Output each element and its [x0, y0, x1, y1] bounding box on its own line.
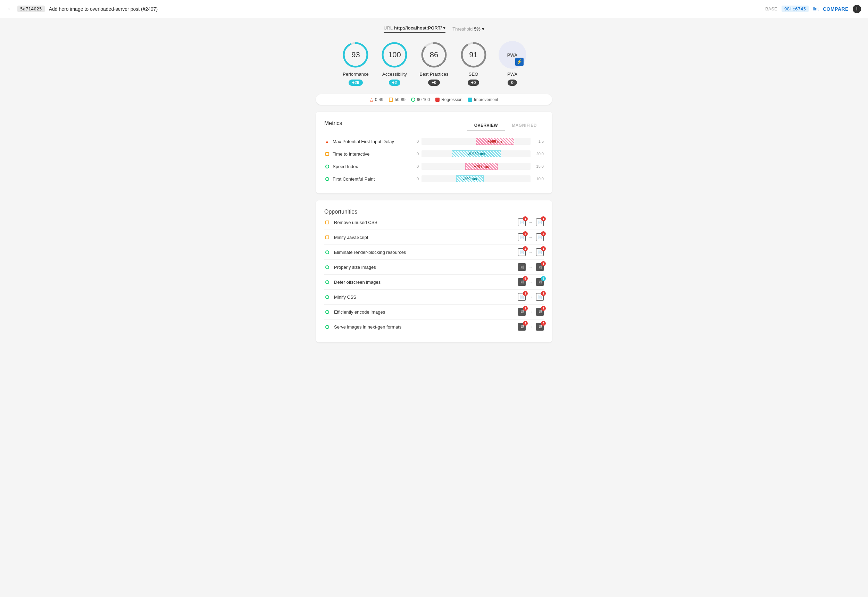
- performance-badge: +26: [349, 80, 362, 86]
- opp-next-gen-formats: Serve images in next-gen formats 🖼 2 → 🖼…: [324, 319, 544, 334]
- best-practices-score: 86: [430, 50, 438, 59]
- efficiently-encode-name: Efficiently encode images: [334, 309, 514, 315]
- tti-icon: [324, 151, 330, 157]
- minify-css-compare-file[interactable]: 📄 1: [536, 293, 544, 301]
- performance-circle: 93: [342, 41, 369, 69]
- img-icon: 🖼: [518, 263, 526, 271]
- defer-offscreen-compare-file[interactable]: 🖼 6: [536, 278, 544, 286]
- opp-minify-css: Minify CSS 📄 1 → 📄 1: [324, 290, 544, 304]
- score-performance: 93 Performance +26: [342, 41, 369, 86]
- legend-regression-label: Regression: [441, 97, 463, 102]
- defer-offscreen-compare-badge: 6: [541, 276, 546, 281]
- threshold-selector[interactable]: Threshold 5% ▾: [453, 26, 484, 31]
- speed-index-icon: [324, 163, 330, 169]
- render-blocking-icon: [324, 249, 330, 255]
- opp-efficiently-encode: Efficiently encode images 🖼 1 → 🖼 1: [324, 304, 544, 319]
- arrow-icon: →: [528, 264, 533, 270]
- best-practices-badge: +0: [428, 80, 440, 86]
- properly-size-base-file[interactable]: 🖼: [518, 263, 526, 271]
- threshold-label: Threshold: [453, 27, 473, 31]
- minify-css-compare-badge: 1: [541, 291, 546, 296]
- properly-size-files: 🖼 → 🖼 3: [518, 263, 544, 271]
- legend-0-49: △ 0-49: [370, 97, 383, 102]
- metric-speed-index: Speed Index 0 +767 ms 15.0: [324, 160, 544, 172]
- legend-50-89: 50-89: [389, 97, 405, 102]
- metrics-tabs: OVERVIEW MAGNIFIED: [467, 120, 544, 131]
- best-practices-circle: 86: [420, 41, 448, 69]
- minify-js-base-file[interactable]: 📄 4: [518, 233, 526, 241]
- speed-index-bar-wrap: +767 ms: [421, 163, 531, 170]
- arrow-icon: →: [528, 220, 533, 225]
- pwa-label: PWA: [507, 71, 517, 77]
- speed-index-end: 15.0: [533, 164, 544, 168]
- minify-js-icon: [324, 235, 330, 240]
- minify-js-compare-file[interactable]: 📄 4: [536, 233, 544, 241]
- unused-css-base-file[interactable]: 📄 1: [518, 218, 526, 226]
- pwa-lightning-icon: ⚡: [515, 58, 524, 66]
- efficiently-encode-compare-badge: 1: [541, 306, 546, 311]
- defer-offscreen-icon: [324, 279, 330, 285]
- legend-90-100: 90-100: [411, 97, 430, 102]
- next-gen-compare-file[interactable]: 🖼 3: [536, 323, 544, 331]
- efficiently-encode-icon: [324, 309, 330, 315]
- score-seo: 91 SEO +0: [460, 41, 487, 86]
- minify-css-base-file[interactable]: 📄 1: [518, 293, 526, 301]
- defer-offscreen-files: 🖼 6 → 🖼 6: [518, 278, 544, 286]
- url-selector[interactable]: URL http://localhost:PORT/ ▾: [384, 25, 445, 33]
- unused-css-base-badge: 1: [523, 216, 528, 221]
- score-accessibility: 100 Accessibility +2: [381, 41, 408, 86]
- defer-offscreen-base-file[interactable]: 🖼 6: [518, 278, 526, 286]
- base-label: BASE: [765, 6, 777, 12]
- unused-css-icon: [324, 220, 330, 225]
- tti-start: 0: [412, 152, 419, 156]
- back-button[interactable]: ←: [7, 5, 13, 12]
- arrow-icon: →: [528, 324, 533, 330]
- efficiently-encode-base-file[interactable]: 🖼 1: [518, 308, 526, 316]
- opp-defer-offscreen: Defer offscreen images 🖼 6 → 🖼 6: [324, 275, 544, 290]
- legend-regression: Regression: [435, 97, 463, 102]
- fid-end: 1.5: [533, 139, 544, 143]
- efficiently-encode-compare-file[interactable]: 🖼 1: [536, 308, 544, 316]
- tti-bar: -9,950 ms: [452, 150, 501, 157]
- legend-0-49-label: 0-49: [375, 97, 383, 102]
- fcp-start: 0: [412, 177, 419, 181]
- fid-bar-wrap: +566 ms: [421, 138, 531, 145]
- unused-css-name: Remove unused CSS: [334, 220, 514, 225]
- speed-index-start: 0: [412, 164, 419, 168]
- opportunities-title: Opportunities: [324, 209, 357, 215]
- performance-score: 93: [352, 50, 360, 59]
- minify-js-compare-badge: 4: [541, 231, 546, 236]
- tab-magnified[interactable]: MAGNIFIED: [505, 120, 544, 131]
- next-gen-icon: [324, 324, 330, 330]
- properly-size-compare-file[interactable]: 🖼 3: [536, 263, 544, 271]
- legend-90-100-label: 90-100: [417, 97, 430, 102]
- yellow-box-icon: [389, 98, 393, 102]
- render-blocking-base-badge: 2: [523, 246, 528, 251]
- next-gen-compare-badge: 3: [541, 321, 546, 326]
- tti-name: Time to Interactive: [332, 151, 409, 157]
- accessibility-label: Accessibility: [382, 71, 407, 77]
- render-blocking-base-file[interactable]: 📄 2: [518, 248, 526, 256]
- legend-improvement: Improvement: [468, 97, 498, 102]
- legend-50-89-label: 50-89: [395, 97, 405, 102]
- next-gen-base-file[interactable]: 🖼 2: [518, 323, 526, 331]
- fcp-name: First Contentful Paint: [332, 177, 409, 182]
- tab-overview[interactable]: OVERVIEW: [467, 120, 505, 131]
- minify-css-name: Minify CSS: [334, 294, 514, 300]
- opp-render-blocking: Eliminate render-blocking resources 📄 2 …: [324, 245, 544, 260]
- threshold-dropdown-icon: ▾: [482, 26, 484, 31]
- unused-css-compare-badge: 1: [541, 216, 546, 221]
- info-icon[interactable]: i: [853, 5, 861, 13]
- next-gen-files: 🖼 2 → 🖼 3: [518, 323, 544, 331]
- opportunities-card: Opportunities Remove unused CSS 📄 1 → 📄 …: [316, 200, 552, 342]
- unused-css-compare-file[interactable]: 📄 1: [536, 218, 544, 226]
- compare-button[interactable]: COMPARE: [823, 6, 849, 12]
- render-blocking-compare-file[interactable]: 📄 1: [536, 248, 544, 256]
- url-bar: URL http://localhost:PORT/ ▾ Threshold 5…: [316, 25, 552, 33]
- speed-index-bar: +767 ms: [465, 163, 498, 170]
- minify-js-base-badge: 4: [523, 231, 528, 236]
- accessibility-badge: +2: [389, 80, 401, 86]
- defer-offscreen-name: Defer offscreen images: [334, 279, 514, 285]
- legend-improvement-label: Improvement: [474, 97, 498, 102]
- unused-css-files: 📄 1 → 📄 1: [518, 218, 544, 226]
